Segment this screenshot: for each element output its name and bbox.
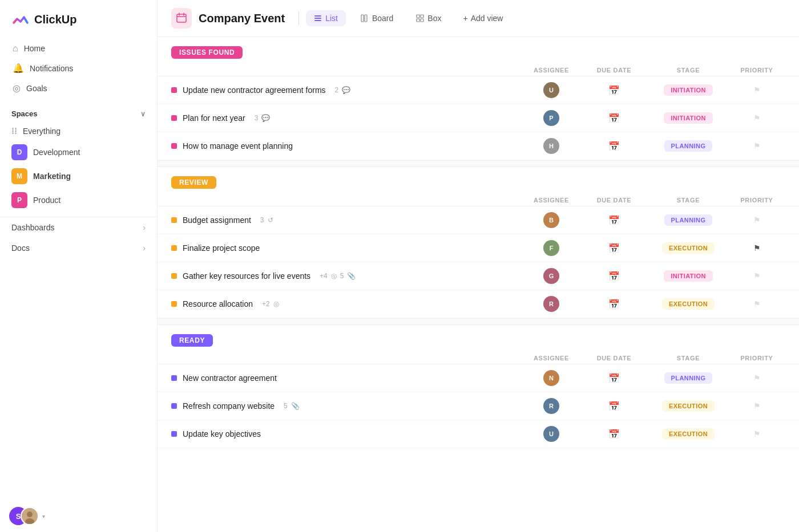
table-row[interactable]: Update new contractor agreement forms 2 … bbox=[158, 76, 799, 104]
table-row[interactable]: Gather key resources for live events +4 … bbox=[158, 262, 799, 290]
due-date-cell[interactable]: 📅 bbox=[580, 113, 648, 124]
priority-cell[interactable]: ⚑ bbox=[728, 373, 785, 383]
marketing-initial: M bbox=[17, 172, 22, 180]
user-avatar-stack: S bbox=[9, 507, 39, 525]
logo-area[interactable]: ClickUp bbox=[0, 0, 157, 34]
more-count-2: +2 bbox=[262, 300, 270, 308]
section-divider bbox=[158, 318, 799, 325]
tab-box[interactable]: Box bbox=[408, 10, 449, 26]
table-row[interactable]: Refresh company website 5 📎 R 📅 EXECUTIO… bbox=[158, 392, 799, 420]
tab-box-label: Box bbox=[427, 14, 441, 23]
task-name: Plan for next year bbox=[183, 113, 245, 123]
development-dot: D bbox=[11, 144, 27, 160]
due-date-cell[interactable]: 📅 bbox=[580, 141, 648, 152]
task-dot bbox=[171, 301, 177, 307]
stage-badge: EXECUTION bbox=[662, 242, 715, 254]
stage-cell: EXECUTION bbox=[648, 298, 728, 310]
task-name: New contractor agreement bbox=[183, 373, 277, 383]
table-row[interactable]: Plan for next year 3 💬 P 📅 INITIATION ⚑ bbox=[158, 104, 799, 132]
table-row[interactable]: Update key objectives U 📅 EXECUTION ⚑ bbox=[158, 420, 799, 448]
svg-point-1 bbox=[27, 511, 33, 517]
col-assignee-1: ASSIGNEE bbox=[523, 197, 580, 204]
avatar: N bbox=[543, 370, 559, 386]
avatar: F bbox=[543, 240, 559, 256]
sidebar-item-home-label: Home bbox=[24, 44, 45, 53]
svg-rect-3 bbox=[177, 14, 186, 22]
sidebar-item-home[interactable]: ⌂ Home bbox=[7, 39, 150, 58]
task-name: Update new contractor agreement forms bbox=[183, 86, 326, 95]
table-row[interactable]: How to manage event planning H 📅 PLANNIN… bbox=[158, 132, 799, 160]
assignee-cell: G bbox=[523, 268, 580, 284]
sidebar-item-everything[interactable]: ⁞⁞ Everything bbox=[0, 121, 157, 140]
issues-found-badge[interactable]: ISSUES FOUND bbox=[171, 46, 243, 59]
sidebar-item-development[interactable]: D Development bbox=[0, 140, 157, 164]
flag-icon: ⚑ bbox=[753, 216, 761, 225]
task-meta: +4 ◎ 5 📎 bbox=[320, 272, 356, 280]
table-row[interactable]: Budget assignment 3 ↺ B 📅 PLANNING ⚑ bbox=[158, 206, 799, 234]
priority-cell[interactable]: ⚑ bbox=[728, 401, 785, 411]
sidebar-item-marketing[interactable]: M Marketing bbox=[0, 164, 157, 188]
attach-count: 5 bbox=[340, 272, 344, 280]
task-meta: 5 📎 bbox=[284, 402, 300, 410]
issues-found-col-headers: ASSIGNEE DUE DATE STAGE PRIORITY bbox=[158, 64, 799, 76]
due-date-cell[interactable]: 📅 bbox=[580, 271, 648, 282]
app-name: ClickUp bbox=[34, 13, 76, 26]
due-date-cell[interactable]: 📅 bbox=[580, 299, 648, 310]
sidebar-item-everything-label: Everything bbox=[23, 127, 60, 136]
section-divider bbox=[158, 160, 799, 167]
priority-cell[interactable]: ⚑ bbox=[728, 299, 785, 308]
stage-cell: EXECUTION bbox=[648, 428, 728, 440]
priority-cell[interactable]: ⚑ bbox=[728, 429, 785, 438]
stage-badge: PLANNING bbox=[664, 372, 713, 384]
calendar-icon: 📅 bbox=[608, 113, 620, 124]
task-dot bbox=[171, 375, 177, 381]
sidebar-item-docs[interactable]: Docs › bbox=[0, 238, 157, 258]
sidebar-item-goals[interactable]: ◎ Goals bbox=[7, 78, 150, 98]
task-name: Resource allocation bbox=[183, 299, 253, 308]
flag-icon: ⚑ bbox=[753, 271, 761, 281]
tab-board[interactable]: Board bbox=[353, 10, 401, 26]
comment-icon: 💬 bbox=[342, 86, 350, 94]
stage-badge: EXECUTION bbox=[662, 428, 715, 440]
table-row[interactable]: Finalize project scope F 📅 EXECUTION ⚑ bbox=[158, 234, 799, 262]
goals-icon: ◎ bbox=[13, 83, 21, 94]
priority-cell[interactable]: ⚑ bbox=[728, 113, 785, 123]
due-date-cell[interactable]: 📅 bbox=[580, 215, 648, 226]
sidebar-item-product[interactable]: P Product bbox=[0, 188, 157, 212]
spaces-label: Spaces bbox=[11, 109, 38, 118]
sidebar-item-notifications[interactable]: 🔔 Notifications bbox=[7, 58, 150, 78]
due-date-cell[interactable]: 📅 bbox=[580, 243, 648, 254]
sidebar-bottom: Dashboards › Docs › bbox=[0, 217, 157, 258]
user-area[interactable]: S ▾ bbox=[0, 500, 157, 532]
task-name-cell: Finalize project scope bbox=[171, 243, 523, 253]
review-badge[interactable]: REVIEW bbox=[171, 176, 216, 189]
priority-cell[interactable]: ⚑ bbox=[728, 86, 785, 95]
table-row[interactable]: Resource allocation +2 ◎ R 📅 EXECUTION ⚑ bbox=[158, 290, 799, 318]
priority-cell[interactable]: ⚑ bbox=[728, 141, 785, 151]
priority-cell[interactable]: ⚑ bbox=[728, 216, 785, 225]
sidebar-item-dashboards[interactable]: Dashboards › bbox=[0, 217, 157, 238]
priority-cell[interactable]: ⚑ bbox=[728, 271, 785, 281]
avatar: P bbox=[543, 110, 559, 126]
due-date-cell[interactable]: 📅 bbox=[580, 429, 648, 440]
stage-cell: EXECUTION bbox=[648, 242, 728, 254]
section-issues-found: ISSUES FOUND ASSIGNEE DUE DATE STAGE PRI… bbox=[158, 37, 799, 160]
stage-cell: PLANNING bbox=[648, 214, 728, 226]
chevron-down-icon[interactable]: ∨ bbox=[140, 110, 146, 118]
project-title: Company Event bbox=[199, 12, 285, 25]
col-stage-0: STAGE bbox=[648, 67, 728, 74]
content-area: ISSUES FOUND ASSIGNEE DUE DATE STAGE PRI… bbox=[158, 37, 799, 532]
tab-list[interactable]: List bbox=[306, 10, 346, 26]
stage-badge: PLANNING bbox=[664, 214, 713, 226]
due-date-cell[interactable]: 📅 bbox=[580, 85, 648, 96]
add-view-button[interactable]: + Add view bbox=[456, 10, 510, 26]
paperclip-icon: 📎 bbox=[347, 272, 356, 280]
task-name: Budget assignment bbox=[183, 216, 251, 225]
task-dot bbox=[171, 143, 177, 149]
table-row[interactable]: New contractor agreement N 📅 PLANNING ⚑ bbox=[158, 364, 799, 392]
svg-rect-8 bbox=[314, 18, 321, 19]
priority-cell[interactable]: ⚑ bbox=[728, 243, 785, 253]
due-date-cell[interactable]: 📅 bbox=[580, 373, 648, 384]
due-date-cell[interactable]: 📅 bbox=[580, 401, 648, 412]
ready-badge[interactable]: READY bbox=[171, 334, 213, 347]
